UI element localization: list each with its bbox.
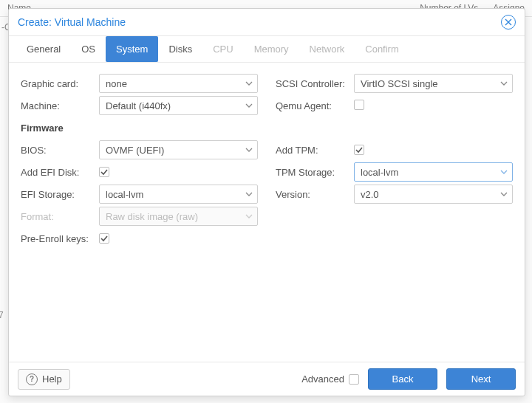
add-tpm-label: Add TPM: — [276, 145, 354, 156]
graphic-card-value: none — [106, 78, 127, 89]
tab-network: Network — [299, 36, 355, 62]
chevron-down-icon — [245, 80, 253, 87]
app-backdrop: Name Number of LVs Assigne -CNX) 7 Creat… — [0, 0, 532, 403]
advanced-toggle[interactable]: Advanced — [301, 373, 359, 385]
firmware-section-label: Firmware — [21, 123, 99, 134]
chevron-down-icon — [245, 146, 253, 154]
help-label: Help — [42, 373, 62, 385]
left-column: Graphic card: none Machine: Default (i44… — [21, 73, 258, 354]
pre-enroll-keys-checkbox[interactable] — [99, 233, 109, 244]
help-button[interactable]: ? Help — [18, 369, 70, 390]
add-efi-disk-label: Add EFI Disk: — [21, 167, 99, 178]
bios-value: OVMF (UEFI) — [106, 145, 164, 156]
back-button[interactable]: Back — [368, 368, 437, 390]
pre-enroll-keys-label: Pre-Enroll keys: — [21, 233, 99, 244]
dialog-titlebar: Create: Virtual Machine — [9, 9, 525, 36]
close-button[interactable] — [501, 15, 516, 30]
tpm-storage-label: TPM Storage: — [276, 167, 354, 178]
right-column: SCSI Controller: VirtIO SCSI single Qemu… — [276, 73, 513, 354]
tab-general[interactable]: General — [16, 36, 71, 62]
add-efi-disk-checkbox[interactable] — [99, 167, 109, 177]
chevron-down-icon — [500, 168, 508, 176]
advanced-checkbox[interactable] — [349, 374, 359, 385]
efi-storage-select[interactable]: local-lvm — [99, 185, 258, 204]
close-icon — [505, 17, 512, 28]
graphic-card-select[interactable]: none — [99, 74, 258, 93]
help-icon: ? — [26, 373, 38, 385]
bios-label: BIOS: — [21, 145, 99, 156]
tab-cpu: CPU — [202, 36, 243, 62]
wizard-tabs: General OS System Disks CPU Memory Netwo… — [9, 36, 525, 63]
format-value: Raw disk image (raw) — [106, 211, 198, 222]
bios-select[interactable]: OVMF (UEFI) — [99, 140, 258, 159]
chevron-down-icon — [245, 190, 253, 198]
next-button[interactable]: Next — [446, 368, 516, 390]
tab-memory: Memory — [244, 36, 299, 62]
dialog-body: Graphic card: none Machine: Default (i44… — [9, 63, 525, 362]
scsi-controller-value: VirtIO SCSI single — [361, 78, 438, 89]
dialog-title: Create: Virtual Machine — [18, 16, 126, 28]
format-label: Format: — [21, 211, 99, 222]
machine-value: Default (i440fx) — [106, 100, 171, 111]
scsi-controller-select[interactable]: VirtIO SCSI single — [354, 74, 513, 93]
version-value: v2.0 — [361, 189, 379, 200]
efi-storage-label: EFI Storage: — [21, 189, 99, 200]
tab-system[interactable]: System — [106, 36, 158, 62]
version-label: Version: — [276, 189, 354, 200]
scsi-controller-label: SCSI Controller: — [276, 78, 354, 89]
advanced-label: Advanced — [301, 373, 344, 385]
efi-storage-value: local-lvm — [106, 189, 143, 200]
footer-right: Advanced Back Next — [301, 368, 516, 390]
qemu-agent-label: Qemu Agent: — [276, 100, 354, 111]
tab-confirm: Confirm — [355, 36, 409, 62]
version-select[interactable]: v2.0 — [354, 185, 513, 204]
machine-select[interactable]: Default (i440fx) — [99, 96, 258, 115]
tpm-storage-select[interactable]: local-lvm — [354, 162, 513, 182]
format-select: Raw disk image (raw) — [99, 207, 258, 226]
graphic-card-label: Graphic card: — [21, 78, 99, 89]
tpm-storage-value: local-lvm — [361, 167, 398, 178]
add-tpm-checkbox[interactable] — [354, 145, 364, 155]
dialog-footer: ? Help Advanced Back Next — [9, 362, 525, 396]
tab-disks[interactable]: Disks — [158, 36, 202, 62]
machine-label: Machine: — [21, 100, 99, 111]
tab-os[interactable]: OS — [71, 36, 106, 62]
qemu-agent-checkbox[interactable] — [354, 100, 364, 110]
create-vm-dialog: Create: Virtual Machine General OS Syste… — [8, 8, 525, 396]
chevron-down-icon — [245, 102, 253, 109]
chevron-down-icon — [500, 80, 508, 87]
chevron-down-icon — [500, 190, 508, 198]
chevron-down-icon — [245, 213, 253, 220]
bg-row-number: 7 — [0, 310, 4, 320]
